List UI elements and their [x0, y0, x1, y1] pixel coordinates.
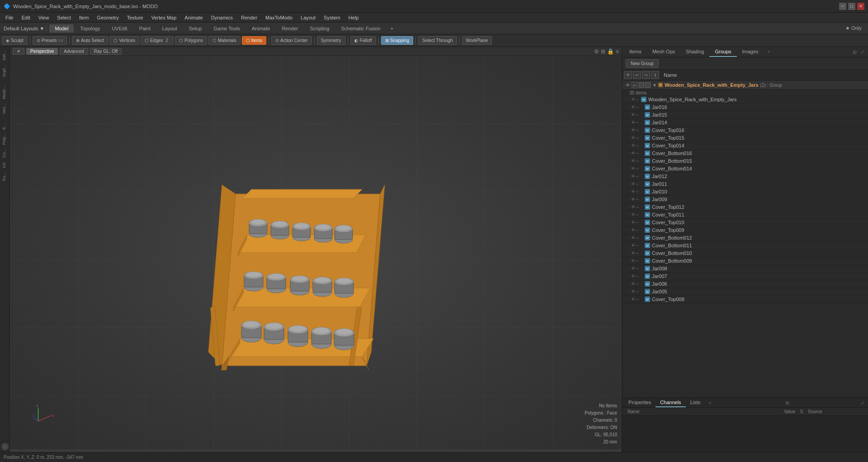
viewport-display-icon[interactable]: ⊞: [601, 48, 605, 55]
tab-model[interactable]: Model: [49, 24, 74, 33]
tab-paint[interactable]: Paint: [134, 24, 156, 33]
rpanel-tab-mesh-ops[interactable]: Mesh Ops: [647, 47, 680, 57]
scene-3d[interactable]: X Y Z No Items Polygons : Face Channels:…: [10, 56, 622, 449]
tree-item[interactable]: 👁–MJar010: [622, 188, 868, 196]
tree-item[interactable]: 👁–MCover_Top016: [622, 127, 868, 134]
rpanel-expand-button[interactable]: ⊞: [851, 48, 859, 56]
close-button[interactable]: ✕: [857, 3, 864, 10]
sidebar-tab-dupl[interactable]: Dupl...: [1, 63, 9, 79]
tree-item[interactable]: 👁–MJar016: [622, 104, 868, 111]
minimize-button[interactable]: ─: [839, 3, 846, 10]
scene-tree[interactable]: 👁 ↩ ▼ G Wooden_Spice_Rack_with_Empty_Jar…: [622, 80, 868, 398]
rpanel-tab-images[interactable]: Images: [737, 47, 764, 57]
sidebar-tab-e[interactable]: E...: [1, 122, 9, 132]
menu-layout[interactable]: Layout: [297, 14, 319, 21]
ray-gl-button[interactable]: Ray GL: Off: [90, 48, 122, 55]
tree-item[interactable]: 👁–MJar012: [622, 173, 868, 180]
bpanel-tab-properties[interactable]: Properties: [624, 398, 656, 407]
menu-help[interactable]: Help: [345, 14, 363, 21]
add-tab-button[interactable]: +: [387, 24, 397, 33]
workplane-button[interactable]: WorkPlane: [462, 36, 492, 45]
menu-edit[interactable]: Edit: [18, 14, 34, 21]
tree-item[interactable]: 👁–MCover_Top009: [622, 226, 868, 234]
tab-render[interactable]: Render: [276, 24, 303, 33]
tree-item[interactable]: 👁–MJar005: [622, 288, 868, 296]
sidebar-tab-fu[interactable]: Fu...: [1, 171, 9, 183]
menu-maxtomodo[interactable]: MaxToModo: [262, 14, 296, 21]
vp-close-btn[interactable]: ✕: [13, 48, 24, 55]
tree-item[interactable]: 👁–MCover_Top015: [622, 134, 868, 142]
tab-topology[interactable]: Topology: [75, 24, 105, 33]
menu-file[interactable]: File: [2, 14, 17, 21]
sidebar-circle-btn[interactable]: ○: [1, 443, 9, 450]
menu-dynamics[interactable]: Dynamics: [208, 14, 236, 21]
scene-undo-btn[interactable]: ↩: [633, 71, 641, 79]
action-center-button[interactable]: ⊙ Action Center: [271, 36, 312, 45]
auto-select-button[interactable]: ⊕ Auto Select: [72, 36, 108, 45]
polygons-button[interactable]: ⬡ Polygons: [175, 36, 207, 45]
select-through-button[interactable]: Select Through: [418, 36, 457, 45]
tree-item[interactable]: 👁–MWooden_Spice_Rack_with_Empty_Jars: [622, 96, 868, 104]
bpanel-tab-channels[interactable]: Channels: [656, 398, 685, 407]
new-group-button[interactable]: New Group: [626, 59, 659, 68]
menu-render[interactable]: Render: [237, 14, 261, 21]
presets-button[interactable]: ⊙ Presets F6: [33, 36, 67, 45]
tree-item[interactable]: 👁–MCover_Top008: [622, 296, 868, 303]
sidebar-tab-uv[interactable]: UV: [1, 160, 9, 170]
tree-item[interactable]: 👁–MJar014: [622, 119, 868, 127]
sidebar-tab-vert[interactable]: Vert...: [1, 102, 9, 116]
tree-item[interactable]: 👁–MJar006: [622, 280, 868, 288]
layouts-label[interactable]: Default Layouts ▼: [4, 26, 44, 31]
viewport-extra-icon[interactable]: ≡: [616, 48, 619, 55]
star-only-label[interactable]: ★ Only: [841, 24, 866, 33]
tree-item[interactable]: 👁–MCover_Bottom014: [622, 165, 868, 173]
tree-item[interactable]: 👁–MCover_Bottom011: [622, 242, 868, 250]
rpanel-tab-groups[interactable]: Groups: [709, 47, 736, 57]
items-button[interactable]: ⬡ Items: [242, 36, 266, 45]
viewport-lock-icon[interactable]: 🔒: [607, 48, 614, 55]
advanced-button[interactable]: Advanced: [60, 48, 88, 55]
viewport-settings-icon[interactable]: ⚙: [594, 48, 599, 55]
scene-eye-toggle[interactable]: 👁: [624, 71, 632, 79]
sidebar-tab-poly[interactable]: Poly...: [1, 132, 9, 146]
vertices-button[interactable]: ⬡ Vertices: [109, 36, 139, 45]
tree-item[interactable]: 👁–MCover_Bottom010: [622, 250, 868, 257]
rpanel-tab-items[interactable]: Items: [624, 47, 647, 57]
rpanel-tab-shading[interactable]: Shading: [680, 47, 709, 57]
tree-item[interactable]: 👁–MCover_Bottom016: [622, 150, 868, 157]
tab-setup[interactable]: Setup: [184, 24, 208, 33]
bpanel-expand-button[interactable]: ⊞: [784, 399, 791, 407]
menu-view[interactable]: View: [35, 14, 53, 21]
tab-layout[interactable]: Layout: [157, 24, 183, 33]
sidebar-tab-def[interactable]: Def...: [1, 49, 9, 62]
tree-item[interactable]: 👁–MJar015: [622, 111, 868, 119]
menu-item[interactable]: Item: [75, 14, 92, 21]
bpanel-add-tab-button[interactable]: +: [705, 399, 715, 407]
falloff-button[interactable]: ◐ Falloff: [350, 36, 376, 45]
tab-schematic-fusion[interactable]: Schematic Fusion: [335, 24, 386, 33]
scene-redo-btn[interactable]: ↪: [642, 71, 650, 79]
materials-button[interactable]: ⬡ Materials: [208, 36, 241, 45]
maximize-button[interactable]: □: [848, 3, 855, 10]
menu-vertex-map[interactable]: Vertex Map: [148, 14, 180, 21]
perspective-button[interactable]: Perspective: [26, 48, 58, 55]
tree-item[interactable]: 👁–MCover_Top011: [622, 211, 868, 219]
tab-scripting[interactable]: Scripting: [304, 24, 335, 33]
edges-button[interactable]: ⬡ Edges 2: [141, 36, 174, 45]
scene-info-btn[interactable]: ℹ: [651, 71, 659, 79]
menu-animate[interactable]: Animate: [181, 14, 206, 21]
snapping-button[interactable]: ⊞ Snapping: [381, 36, 413, 45]
menu-select[interactable]: Select: [53, 14, 75, 21]
sidebar-tab-cu[interactable]: Cu...: [1, 147, 9, 160]
symmetry-button[interactable]: Symmetry: [317, 36, 345, 45]
group-checkbox-1[interactable]: [639, 82, 644, 88]
tree-item[interactable]: 👁–MJar007: [622, 273, 868, 280]
rpanel-fullscreen-button[interactable]: ⤢: [859, 48, 866, 56]
tree-item[interactable]: 👁–MJar008: [622, 265, 868, 273]
tab-game-tools[interactable]: Game Tools: [208, 24, 246, 33]
menu-system[interactable]: System: [320, 14, 344, 21]
tree-item[interactable]: 👁–MCover_Top014: [622, 142, 868, 150]
tree-item[interactable]: 👁–MJar009: [622, 196, 868, 203]
sidebar-tab-mesh[interactable]: Mesh...: [1, 84, 9, 101]
tree-item[interactable]: 👁–MCover_Bottom012: [622, 234, 868, 242]
